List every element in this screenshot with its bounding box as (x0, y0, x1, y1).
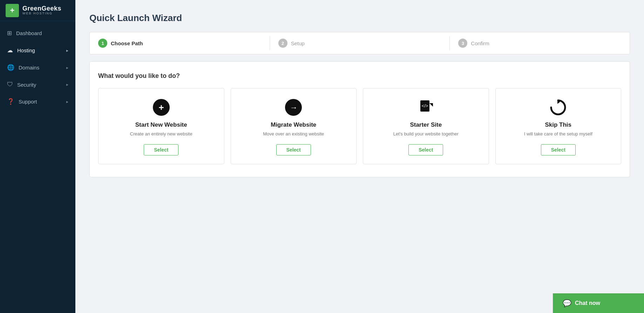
option-cards-container: What would you like to do? + Start New W… (89, 61, 630, 177)
sidebar-item-security[interactable]: 🛡 Security ▸ (0, 76, 75, 93)
options-question: What would you like to do? (98, 72, 621, 80)
sidebar-item-label: Dashboard (16, 30, 42, 36)
starter-site-icon: </> (418, 99, 434, 116)
security-icon: 🛡 (7, 81, 13, 88)
main-content: Quick Launch Wizard 1 Choose Path 2 Setu… (75, 0, 644, 313)
chevron-icon: ▸ (66, 99, 68, 104)
dashboard-icon: ⊞ (7, 29, 12, 37)
hosting-icon: ☁ (7, 47, 13, 54)
wizard-step-2: 2 Setup (270, 32, 450, 54)
sidebar-item-label: Support (19, 99, 37, 105)
sidebar-item-support[interactable]: ❓ Support ▸ (0, 93, 75, 110)
options-grid: + Start New Website Create an entirely n… (98, 88, 621, 164)
sidebar: + GreenGeeks WEB HOSTING ⊞ Dashboard ☁ H… (0, 0, 75, 313)
option-card-starter-site[interactable]: </> Starter Site Let's build your websit… (363, 88, 489, 164)
starter-site-select-button[interactable]: Select (408, 144, 443, 155)
migrate-website-icon: → (285, 99, 302, 116)
wizard-steps: 1 Choose Path 2 Setup 3 Confirm (89, 32, 630, 54)
brand-name: GreenGeeks (22, 5, 61, 12)
sidebar-logo: + GreenGeeks WEB HOSTING (0, 0, 75, 21)
step-num-1: 1 (98, 39, 107, 48)
sidebar-item-label: Domains (19, 65, 39, 71)
svg-marker-6 (429, 103, 433, 107)
sidebar-item-domains[interactable]: 🌐 Domains ▸ (0, 59, 75, 76)
migrate-website-select-button[interactable]: Select (276, 144, 311, 155)
skip-title: Skip This (545, 121, 571, 128)
chevron-icon: ▸ (66, 48, 68, 53)
chat-now-button[interactable]: 💬 Chat now (553, 293, 644, 313)
step-label-2: Setup (291, 40, 305, 46)
step-label-3: Confirm (471, 40, 489, 46)
chat-icon: 💬 (563, 299, 571, 307)
logo-icon: + (6, 4, 19, 17)
domains-icon: 🌐 (7, 64, 14, 71)
sidebar-item-hosting[interactable]: ☁ Hosting ▸ (0, 42, 75, 59)
sidebar-item-label: Security (17, 82, 36, 88)
chevron-icon: ▸ (66, 82, 68, 87)
chat-label: Chat now (575, 300, 600, 306)
migrate-website-desc: Move over an existing website (263, 131, 324, 136)
brand-tagline: WEB HOSTING (22, 12, 61, 15)
skip-select-button[interactable]: Select (541, 144, 576, 155)
new-website-icon: + (153, 99, 170, 116)
wizard-step-3: 3 Confirm (450, 32, 630, 54)
sidebar-item-label: Hosting (17, 47, 35, 53)
page-title: Quick Launch Wizard (89, 13, 630, 24)
migrate-website-title: Migrate Website (271, 121, 316, 128)
option-card-new-website[interactable]: + Start New Website Create an entirely n… (98, 88, 224, 164)
svg-text:+: + (158, 102, 164, 113)
option-card-migrate-website[interactable]: → Migrate Website Move over an existing … (231, 88, 357, 164)
logo-text: GreenGeeks WEB HOSTING (22, 5, 61, 16)
new-website-select-button[interactable]: Select (144, 144, 178, 155)
step-num-2: 2 (278, 39, 287, 48)
support-icon: ❓ (7, 98, 14, 105)
sidebar-nav: ⊞ Dashboard ☁ Hosting ▸ 🌐 Domains ▸ 🛡 Se… (0, 21, 75, 313)
new-website-title: Start New Website (135, 121, 187, 128)
step-label-1: Choose Path (111, 40, 143, 46)
step-num-3: 3 (458, 39, 467, 48)
starter-site-desc: Let's build your website together (393, 131, 459, 136)
svg-text:</>: </> (421, 103, 428, 108)
skip-desc: I will take care of the setup myself (524, 131, 592, 136)
option-card-skip[interactable]: Skip This I will take care of the setup … (495, 88, 622, 164)
wizard-step-1[interactable]: 1 Choose Path (90, 32, 270, 54)
sidebar-item-dashboard[interactable]: ⊞ Dashboard (0, 25, 75, 42)
chevron-icon: ▸ (66, 65, 68, 70)
starter-site-title: Starter Site (410, 121, 442, 128)
skip-icon (550, 99, 567, 116)
new-website-desc: Create an entirely new website (130, 131, 192, 136)
svg-text:→: → (290, 103, 298, 112)
